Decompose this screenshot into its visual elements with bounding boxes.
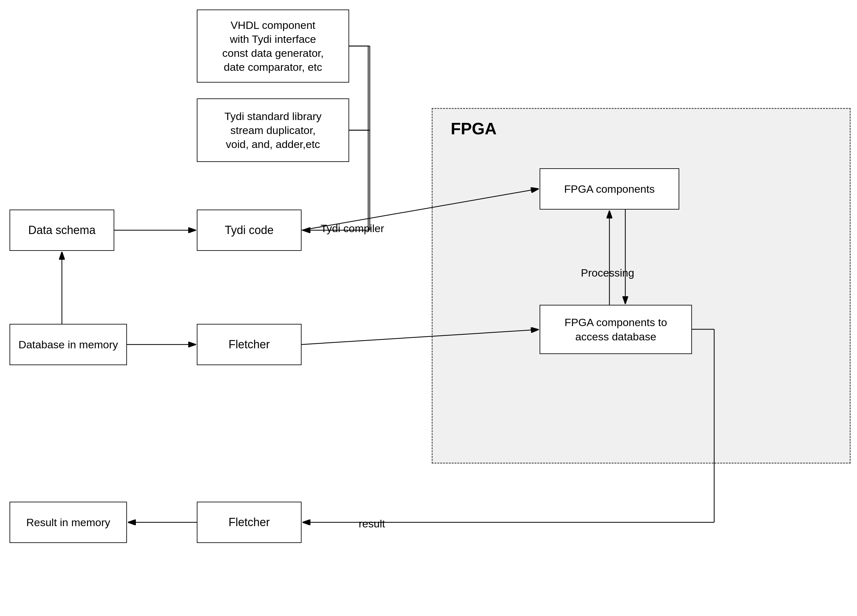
diagram: FPGA VHDL componentwith Tydi interfaceco… (0, 0, 857, 616)
svg-line-12 (302, 330, 538, 345)
arrows-svg (0, 0, 857, 616)
svg-line-9 (302, 189, 538, 230)
